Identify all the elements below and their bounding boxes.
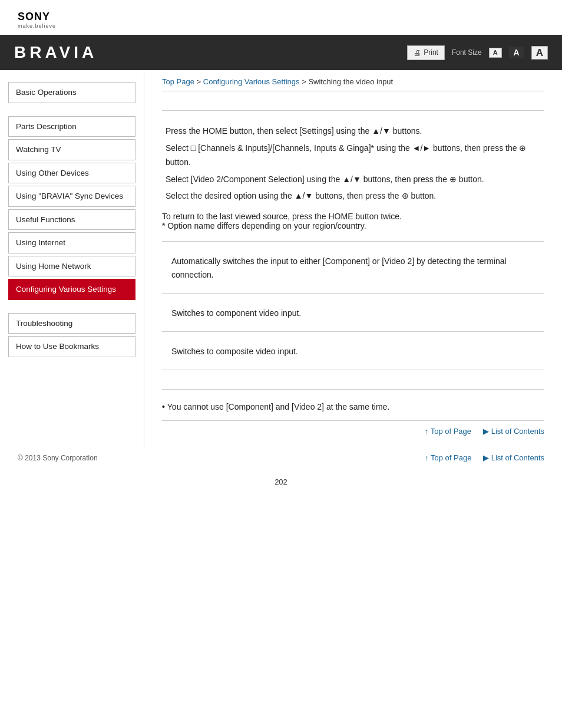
bravia-bar: BRAVIA 🖨 Print Font Size A A A [0, 35, 562, 70]
breadcrumb-current: Switching the video input [308, 77, 393, 86]
return-note: To return to the last viewed source, pre… [162, 212, 544, 221]
middle-empty-section [162, 370, 544, 390]
page-number: 202 [275, 477, 287, 486]
notes-section: You cannot use [Component] and [Video 2]… [162, 390, 544, 421]
breadcrumb-top-page[interactable]: Top Page [162, 77, 194, 86]
print-label: Print [424, 48, 438, 57]
footer-links: ↑ Top of Page ▶ List of Contents [415, 453, 544, 462]
note-list: You cannot use [Component] and [Video 2]… [162, 400, 544, 413]
step-4: Select the desired option using the ▲/▼ … [166, 189, 544, 203]
auto-desc: Automatically switches the input to eith… [162, 255, 544, 283]
sidebar-divider-2 [8, 302, 135, 313]
step-3: Select [Video 2/Component Selection] usi… [166, 172, 544, 187]
top-empty-section [162, 91, 544, 111]
sony-logo: SONY [18, 11, 544, 23]
content-area: Top Page > Configuring Various Settings … [144, 70, 562, 450]
component-desc: Switches to component video input. [162, 307, 544, 321]
page-number-area: 202 [0, 472, 562, 498]
font-size-label: Font Size [452, 48, 482, 57]
print-icon: 🖨 [414, 48, 421, 57]
sidebar-item-configuring-various-settings[interactable]: Configuring Various Settings [8, 279, 135, 300]
sidebar-item-using-bravia-sync[interactable]: Using "BRAVIA" Sync Devices [8, 186, 135, 207]
steps-block: Press the HOME button, then select [Sett… [162, 124, 544, 203]
composite-desc: Switches to composite video input. [162, 345, 544, 359]
region-note: * Option name differs depending on your … [162, 221, 544, 230]
top-of-page-link[interactable]: Top of Page [425, 427, 471, 436]
sony-tagline: make.believe [18, 23, 544, 29]
bravia-toolbar: 🖨 Print Font Size A A A [407, 45, 548, 60]
bravia-title: BRAVIA [14, 43, 97, 62]
footer-bottom: © 2013 Sony Corporation ↑ Top of Page ▶ … [0, 450, 562, 472]
auto-section: Automatically switches the input to eith… [162, 242, 544, 294]
sidebar-item-using-home-network[interactable]: Using Home Network [8, 256, 135, 277]
sidebar-item-useful-functions[interactable]: Useful Functions [8, 209, 135, 230]
sidebar-divider-1 [8, 106, 135, 116]
breadcrumb-configuring[interactable]: Configuring Various Settings [203, 77, 300, 86]
sidebar-item-using-internet[interactable]: Using Internet [8, 232, 135, 253]
breadcrumb-sep1: > [194, 77, 203, 86]
main-layout: Basic Operations Parts Description Watch… [0, 70, 562, 450]
note-item-1: You cannot use [Component] and [Video 2]… [162, 400, 544, 413]
composite-section: Switches to composite video input. [162, 332, 544, 370]
font-medium-button[interactable]: A [509, 47, 524, 58]
steps-section: Press the HOME button, then select [Sett… [162, 111, 544, 242]
footer-nav: Top of Page List of Contents [162, 421, 544, 438]
sidebar-item-watching-tv[interactable]: Watching TV [8, 139, 135, 160]
sidebar: Basic Operations Parts Description Watch… [0, 70, 144, 450]
font-small-button[interactable]: A [489, 48, 502, 58]
sidebar-item-parts-description[interactable]: Parts Description [8, 116, 135, 137]
component-section: Switches to component video input. [162, 294, 544, 332]
sidebar-item-basic-operations[interactable]: Basic Operations [8, 82, 135, 103]
copyright: © 2013 Sony Corporation [18, 454, 98, 462]
sidebar-item-how-to-use-bookmarks[interactable]: How to Use Bookmarks [8, 336, 135, 357]
footer-top-of-page[interactable]: ↑ Top of Page [425, 453, 471, 462]
print-button[interactable]: 🖨 Print [407, 45, 445, 60]
breadcrumb-sep2: > [300, 77, 309, 86]
sidebar-item-troubleshooting[interactable]: Troubleshooting [8, 313, 135, 334]
step-2: Select □ [Channels & Inputs]/[Channels, … [166, 141, 544, 170]
list-of-contents-link[interactable]: List of Contents [483, 427, 544, 436]
sony-header: SONY make.believe [0, 0, 562, 35]
breadcrumb: Top Page > Configuring Various Settings … [162, 70, 544, 91]
footer-list-of-contents[interactable]: ▶ List of Contents [483, 453, 544, 462]
step-1: Press the HOME button, then select [Sett… [166, 124, 544, 139]
sidebar-item-using-other-devices[interactable]: Using Other Devices [8, 163, 135, 184]
font-large-button[interactable]: A [531, 46, 548, 60]
